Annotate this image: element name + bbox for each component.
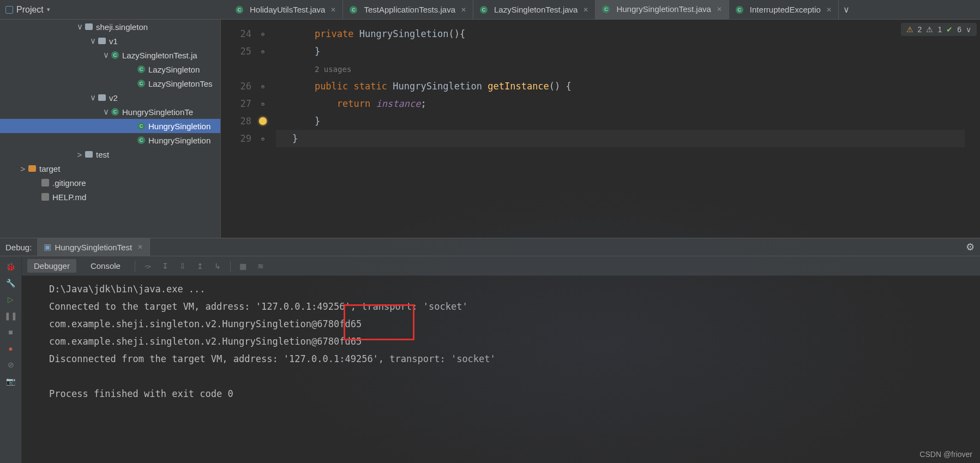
chevron-icon[interactable]: > [76,150,83,159]
close-icon[interactable]: ✕ [583,6,588,14]
chevron-icon[interactable]: ∨ [89,36,96,46]
tree-item-label: v2 [109,93,118,103]
mute-breakpoints-icon[interactable]: ⊘ [6,360,16,370]
close-icon[interactable]: ✕ [717,5,722,13]
editor-tab[interactable]: HolidayUtilsTest.java✕ [229,0,343,19]
tree-item[interactable]: HungrySingletion [0,133,220,147]
force-step-into-icon[interactable]: ⇩ [178,261,188,271]
tree-item[interactable]: LazySingleton [0,62,220,76]
fold-icon[interactable]: ⊖ [261,136,264,142]
project-icon [5,6,13,14]
editor-tab[interactable]: HungrySingletionTest.java✕ [596,0,729,19]
close-icon[interactable]: ✕ [137,243,143,251]
fold-icon[interactable]: ⊖ [261,83,264,89]
tabs-more[interactable]: ∨ [839,0,854,19]
fold-icon[interactable]: ⊖ [261,31,264,37]
chevron-icon[interactable]: ∨ [103,50,109,60]
evaluate-icon[interactable]: ▦ [238,261,248,271]
class-icon [111,51,119,59]
tree-item[interactable]: HELP.md [0,190,220,204]
tree-item[interactable]: ∨v2 [0,91,220,105]
breakpoints-icon[interactable]: ● [6,344,16,353]
typo-check-icon: ✔ [946,25,953,34]
chevron-icon[interactable]: ∨ [76,22,83,32]
tree-item-label: LazySingletonTes [148,79,213,88]
tree-item[interactable]: ∨sheji.singleton [0,20,220,34]
folder-icon [98,38,106,44]
code-line[interactable]: } [270,43,980,60]
tree-item-label: HungrySingletionTe [122,107,193,117]
editor-tabs: HolidayUtilsTest.java✕TestApplicationTes… [229,0,980,20]
file-icon [41,193,49,201]
chevron-icon[interactable]: ∨ [103,107,109,117]
warning-icon: ⚠ [906,25,913,34]
class-icon [236,6,243,14]
pause-icon[interactable]: ❚❚ [6,311,16,321]
tree-item[interactable]: .gitignore [0,176,220,190]
step-over-icon[interactable]: ⤼ [143,261,153,271]
tree-item[interactable]: ∨v1 [0,34,220,48]
step-out-icon[interactable]: ↥ [195,261,205,271]
class-icon [480,6,488,14]
tab-label: HolidayUtilsTest.java [250,5,325,14]
editor-tab[interactable]: LazySingletonTest.java✕ [473,0,596,19]
warning-count: 2 [918,25,922,34]
inspection-indicators[interactable]: ⚠ 2 ⚠ 1 ✔ 6 ∨ [901,23,977,36]
class-icon [111,108,119,116]
fold-icon[interactable]: ⊖ [261,49,264,55]
code-area[interactable]: private HungrySingletion(){ } 2 usages p… [270,20,980,238]
tree-item[interactable]: >target [0,161,220,176]
tree-item[interactable]: HungrySingletion [0,119,220,133]
chevron-icon[interactable]: ∨ [89,93,96,103]
tab-label: HungrySingletionTest.java [616,4,711,14]
class-icon [137,136,145,144]
chevron-icon[interactable]: > [20,164,26,173]
tree-item[interactable]: LazySingletonTes [0,76,220,91]
tab-label: TestApplicationTests.java [364,5,455,14]
code-line[interactable]: private HungrySingletion(){ [270,25,980,43]
wrench-icon[interactable]: 🔧 [6,278,16,288]
folder-icon [85,151,93,158]
close-icon[interactable]: ✕ [826,6,832,14]
chevron-down-icon[interactable]: ∨ [966,25,971,34]
class-icon [602,5,610,13]
separator [135,261,135,272]
close-icon[interactable]: ✕ [461,6,466,14]
tree-item-label: test [96,150,109,159]
editor-tab[interactable]: TestApplicationTests.java✕ [343,0,473,19]
class-icon [137,80,145,87]
class-icon [350,6,357,14]
debug-session-tab[interactable]: ▣ HungrySingletionTest ✕ [37,238,150,256]
project-selector[interactable]: Project ▾ [0,5,56,15]
check-count: 6 [957,25,961,34]
tree-item-label: HungrySingletion [148,136,211,145]
folder-icon [98,94,106,101]
code-line[interactable]: public static HungrySingletion getInstan… [270,77,980,95]
editor-tab[interactable]: InterruptedExceptio✕ [729,0,839,19]
code-line[interactable]: return instance; [270,95,980,112]
code-line[interactable]: } [270,112,980,130]
fold-icon[interactable]: ⊖ [261,101,264,107]
bulb-icon[interactable] [259,117,267,125]
close-icon[interactable]: ✕ [330,6,336,14]
trace-icon[interactable]: ≋ [256,261,266,271]
code-line[interactable]: 2 usages [270,60,980,77]
project-tree[interactable]: ∨sheji.singleton∨v1∨LazySingletonTest.ja… [0,20,221,238]
camera-icon[interactable]: 📷 [6,376,16,386]
tree-item[interactable]: ∨LazySingletonTest.ja [0,48,220,62]
code-line[interactable]: } [270,130,980,147]
console-output[interactable]: D:\Java\jdk\bin\java.exe ... Connected t… [22,276,980,463]
stop-icon[interactable]: ■ [6,327,16,337]
tree-item[interactable]: >test [0,147,220,161]
debug-session-name: HungrySingletionTest [55,243,132,252]
resume-icon[interactable]: ▷ [6,294,16,304]
bug-icon[interactable]: 🐞 [6,262,16,272]
console-tab[interactable]: Console [84,259,127,273]
step-into-icon[interactable]: ↧ [160,261,170,271]
debugger-tab[interactable]: Debugger [27,259,76,273]
gear-icon[interactable]: ⚙ [960,241,980,253]
run-to-cursor-icon[interactable]: ↳ [213,261,223,271]
code-editor[interactable]: 242526272829 ⊖⊖⊖⊖⊖ private HungrySinglet… [221,20,980,238]
weak-warning-icon: ⚠ [926,25,933,34]
tree-item[interactable]: ∨HungrySingletionTe [0,105,220,119]
